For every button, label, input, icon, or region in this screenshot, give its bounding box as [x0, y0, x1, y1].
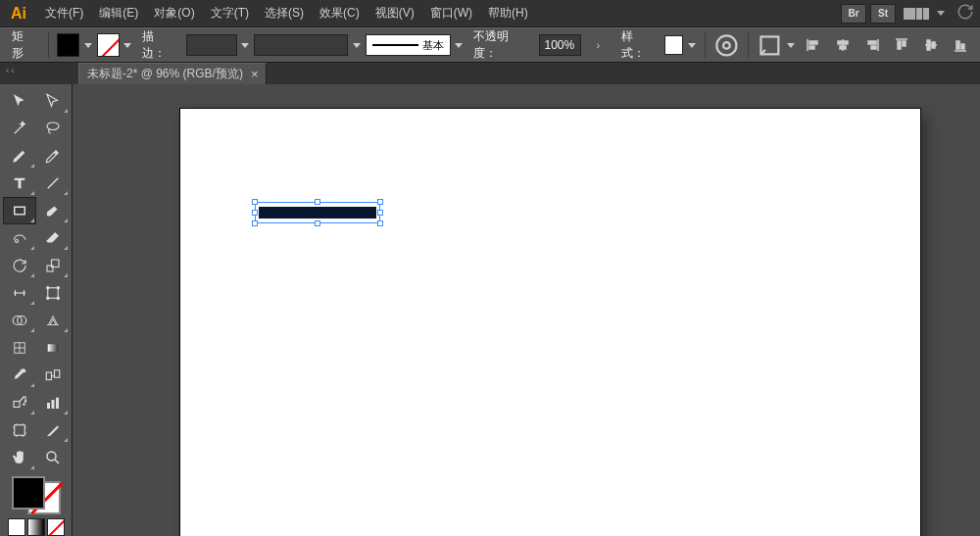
stroke-swatch[interactable]	[97, 33, 120, 57]
eyedropper-tool-icon[interactable]	[4, 363, 35, 388]
pen-tool-icon[interactable]	[4, 143, 35, 169]
fill-stroke-indicator[interactable]	[12, 476, 61, 514]
align-button-group	[800, 33, 974, 57]
recolor-artwork-icon[interactable]	[713, 33, 740, 57]
sync-icon[interactable]	[956, 3, 974, 24]
line-segment-tool-icon[interactable]	[37, 171, 69, 196]
align-to-dropdown-icon[interactable]	[786, 33, 796, 57]
align-bottom-icon[interactable]	[947, 33, 974, 57]
svg-point-29	[46, 287, 48, 289]
variable-width-profile[interactable]	[254, 34, 348, 56]
menu-help[interactable]: 帮助(H)	[480, 0, 536, 26]
fill-color-icon[interactable]	[12, 476, 45, 510]
column-graph-tool-icon[interactable]	[37, 390, 69, 415]
align-vcenter-icon[interactable]	[917, 33, 945, 57]
direct-selection-tool-icon[interactable]	[37, 88, 69, 114]
blend-tool-icon[interactable]	[37, 363, 69, 388]
svg-rect-36	[47, 344, 58, 352]
menu-object[interactable]: 对象(O)	[146, 0, 202, 26]
shape-builder-tool-icon[interactable]	[4, 308, 35, 333]
document-tab[interactable]: 未标题-2* @ 96% (RGB/预览) ×	[78, 63, 267, 84]
menu-view[interactable]: 视图(V)	[368, 0, 422, 26]
opacity-label: 不透明度：	[467, 28, 535, 62]
selected-rectangle-shape[interactable]	[255, 202, 380, 223]
workspace-layout-icon[interactable]	[904, 5, 933, 23]
resize-handle-tm[interactable]	[315, 199, 320, 205]
resize-handle-bm[interactable]	[315, 220, 320, 226]
shaper-tool-icon[interactable]	[4, 225, 35, 251]
canvas-viewport[interactable]	[73, 84, 980, 536]
variable-width-dropdown-icon[interactable]	[352, 33, 362, 57]
menu-effect[interactable]: 效果(C)	[312, 0, 368, 26]
bridge-button[interactable]: Br	[841, 4, 866, 24]
artboard-tool-icon[interactable]	[4, 417, 35, 443]
opacity-input[interactable]: 100%	[539, 34, 581, 56]
stroke-dropdown-icon[interactable]	[123, 33, 133, 57]
resize-handle-tl[interactable]	[252, 199, 258, 205]
svg-point-21	[47, 122, 59, 130]
free-transform-tool-icon[interactable]	[37, 280, 69, 306]
menu-edit[interactable]: 编辑(E)	[91, 0, 146, 26]
workspace-dropdown-icon[interactable]	[937, 11, 945, 16]
align-top-icon[interactable]	[888, 33, 915, 57]
collapse-panels-icon[interactable]: ‹‹	[6, 65, 17, 75]
resize-handle-ml[interactable]	[252, 210, 258, 216]
slice-tool-icon[interactable]	[37, 417, 69, 443]
gradient-mode-icon[interactable]	[27, 518, 45, 536]
color-mode-icon[interactable]	[8, 518, 25, 536]
zoom-tool-icon[interactable]	[37, 445, 69, 470]
scale-tool-icon[interactable]	[37, 253, 69, 278]
svg-rect-26	[47, 266, 53, 271]
symbol-sprayer-tool-icon[interactable]	[4, 390, 35, 415]
magic-wand-tool-icon[interactable]	[4, 116, 35, 141]
brush-definition[interactable]: 基本	[366, 34, 451, 56]
stroke-weight-dropdown-icon[interactable]	[241, 33, 251, 57]
svg-point-31	[46, 297, 48, 299]
brush-dropdown-icon[interactable]	[455, 33, 465, 57]
paintbrush-tool-icon[interactable]	[37, 198, 69, 223]
curvature-tool-icon[interactable]	[37, 143, 69, 169]
align-to-artboard-icon[interactable]	[757, 33, 783, 57]
align-left-icon[interactable]	[800, 33, 827, 57]
hand-tool-icon[interactable]	[4, 445, 35, 470]
align-hcenter-icon[interactable]	[829, 33, 857, 57]
stock-button[interactable]: St	[870, 4, 896, 24]
svg-rect-17	[932, 42, 935, 48]
selection-tool-icon[interactable]	[4, 88, 35, 114]
fill-dropdown-icon[interactable]	[83, 33, 93, 57]
tab-close-icon[interactable]: ×	[251, 68, 259, 80]
rotate-tool-icon[interactable]	[4, 253, 35, 278]
fill-swatch[interactable]	[57, 33, 79, 57]
lasso-tool-icon[interactable]	[37, 116, 69, 141]
svg-rect-20	[961, 44, 964, 49]
resize-handle-tr[interactable]	[377, 199, 383, 205]
svg-point-32	[57, 297, 59, 299]
graphic-style-swatch[interactable]	[664, 35, 683, 55]
width-tool-icon[interactable]	[4, 280, 35, 306]
artboard[interactable]	[180, 109, 920, 536]
svg-rect-5	[809, 46, 814, 49]
menu-type[interactable]: 文字(T)	[203, 0, 257, 26]
opacity-dropdown-icon[interactable]: ›	[585, 33, 612, 57]
menu-bar: Ai 文件(F) 编辑(E) 对象(O) 文字(T) 选择(S) 效果(C) 视…	[0, 0, 980, 27]
selection-type-label: 矩形	[6, 28, 40, 62]
menu-file[interactable]: 文件(F)	[37, 0, 91, 26]
menu-window[interactable]: 窗口(W)	[422, 0, 480, 26]
resize-handle-mr[interactable]	[377, 210, 383, 216]
resize-handle-br[interactable]	[377, 220, 383, 226]
perspective-grid-tool-icon[interactable]	[37, 308, 69, 333]
gradient-tool-icon[interactable]	[37, 335, 69, 361]
svg-point-30	[57, 287, 59, 289]
style-dropdown-icon[interactable]	[687, 33, 697, 57]
eraser-tool-icon[interactable]	[37, 225, 69, 251]
stroke-weight-input[interactable]	[186, 34, 237, 56]
svg-rect-39	[14, 402, 20, 408]
none-mode-icon[interactable]	[47, 518, 65, 536]
resize-handle-bl[interactable]	[252, 220, 258, 226]
svg-rect-19	[956, 41, 959, 49]
type-tool-icon[interactable]	[4, 171, 35, 196]
menu-select[interactable]: 选择(S)	[257, 0, 312, 26]
mesh-tool-icon[interactable]	[4, 335, 35, 361]
rectangle-tool-icon[interactable]	[4, 198, 35, 223]
align-right-icon[interactable]	[858, 33, 886, 57]
